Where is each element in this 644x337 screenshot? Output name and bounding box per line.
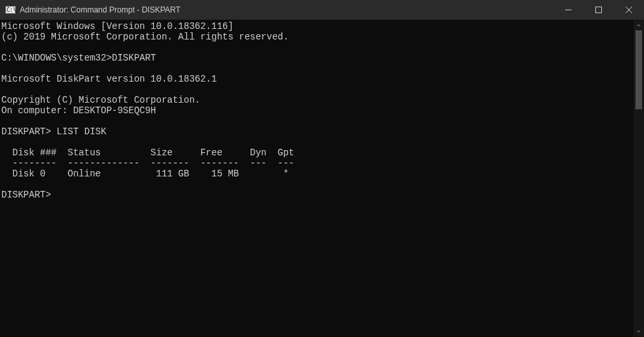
maximize-button[interactable] bbox=[583, 0, 614, 20]
titlebar[interactable]: C:\. Administrator: Command Prompt - DIS… bbox=[0, 0, 644, 20]
maximize-icon bbox=[595, 7, 602, 13]
window-title: Administrator: Command Prompt - DISKPART bbox=[20, 5, 180, 14]
svg-rect-1 bbox=[596, 7, 602, 13]
terminal-area: Microsoft Windows [Version 10.0.18362.11… bbox=[0, 20, 644, 337]
chevron-down-icon bbox=[636, 329, 641, 334]
scroll-down-button[interactable] bbox=[633, 326, 644, 337]
scroll-thumb[interactable] bbox=[635, 30, 642, 109]
scrollbar[interactable] bbox=[633, 20, 644, 337]
close-button[interactable] bbox=[614, 0, 644, 20]
minimize-icon bbox=[565, 7, 572, 13]
terminal-output[interactable]: Microsoft Windows [Version 10.0.18362.11… bbox=[0, 20, 633, 337]
cmd-prompt-icon: C:\. bbox=[5, 5, 16, 15]
chevron-up-icon bbox=[636, 22, 641, 28]
scroll-up-button[interactable] bbox=[633, 20, 644, 30]
minimize-button[interactable] bbox=[553, 0, 583, 20]
window-controls bbox=[553, 0, 644, 20]
close-icon bbox=[626, 7, 632, 13]
